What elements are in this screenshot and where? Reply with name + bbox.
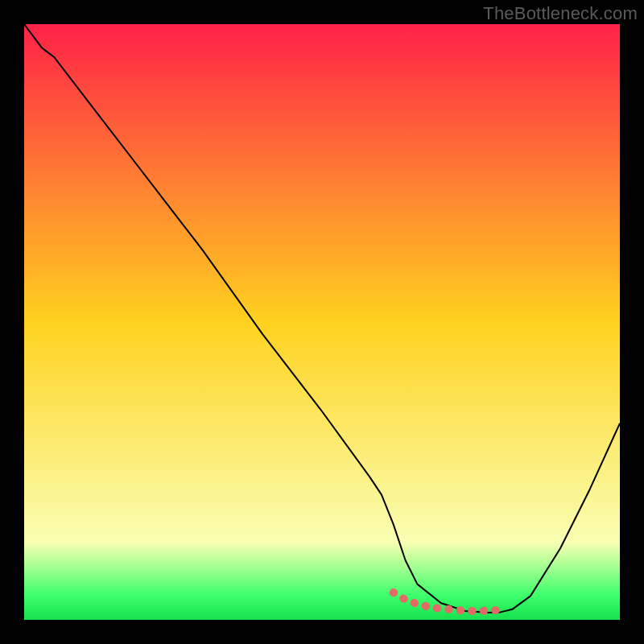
plot-area: [24, 24, 620, 620]
watermark-text: TheBottleneck.com: [483, 3, 638, 24]
chart-frame: TheBottleneck.com: [0, 0, 644, 644]
chart-svg: [24, 24, 620, 620]
gradient-background: [24, 24, 620, 620]
